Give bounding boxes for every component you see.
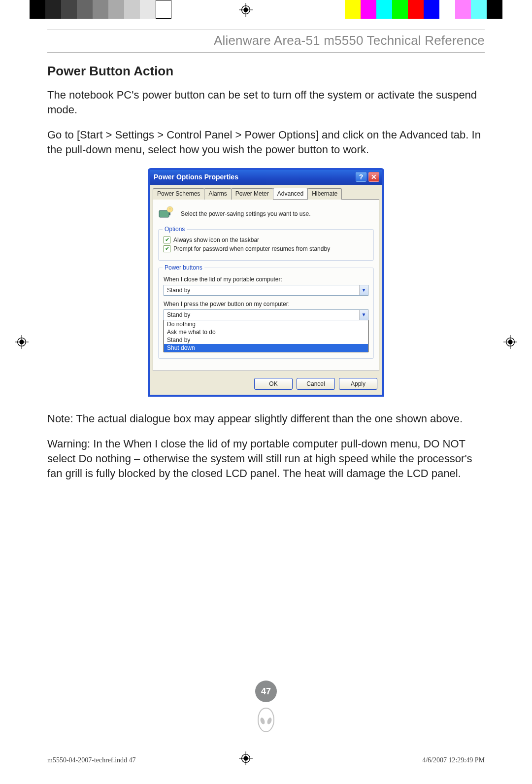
checkbox-prompt-password[interactable]: ✔ — [164, 245, 170, 252]
svg-rect-17 — [169, 212, 170, 215]
chevron-down-icon[interactable]: ▼ — [359, 310, 368, 320]
dropdown-option[interactable]: Stand by — [164, 336, 368, 344]
svg-point-19 — [260, 717, 266, 725]
chevron-down-icon[interactable]: ▼ — [359, 285, 368, 295]
checkbox-label: Prompt for password when computer resume… — [173, 245, 330, 252]
ok-button[interactable]: OK — [254, 378, 293, 390]
tab-panel-advanced: Select the power-saving settings you wan… — [153, 199, 379, 371]
power-button-combo[interactable]: Stand by ▼ — [164, 309, 368, 320]
power-button-value: Stand by — [164, 311, 359, 318]
footer-timestamp: 4/6/2007 12:29:49 PM — [422, 756, 485, 764]
panel-intro: Select the power-saving settings you wan… — [181, 210, 310, 217]
paragraph-instructions: Go to [Start > Settings > Control Panel … — [47, 128, 485, 157]
lid-close-value: Stand by — [164, 287, 359, 294]
power-button-dropdown[interactable]: Do nothing Ask me what to do Stand by Sh… — [164, 320, 368, 352]
options-legend: Options — [163, 226, 187, 233]
paragraph-intro: The notebook PC's power button can be se… — [47, 88, 485, 117]
dropdown-option[interactable]: Do nothing — [164, 320, 368, 328]
power-options-dialog: Power Options Properties ? ✕ Power Schem… — [148, 168, 384, 397]
dialog-titlebar[interactable]: Power Options Properties ? ✕ — [150, 170, 382, 185]
registration-mark-icon — [503, 335, 517, 349]
registration-mark-icon — [239, 3, 253, 17]
paragraph-warning: Warning: In the When I close the lid of … — [47, 437, 485, 480]
lid-close-combo[interactable]: Stand by ▼ — [164, 285, 368, 296]
power-button-label: When I press the power button on my comp… — [164, 301, 368, 307]
dropdown-option[interactable]: Ask me what to do — [164, 328, 368, 336]
tab-strip: Power Schemes Alarms Power Meter Advance… — [150, 185, 382, 199]
color-swatches — [345, 0, 502, 19]
page-badge: 47 — [255, 681, 277, 735]
dialog-title: Power Options Properties — [154, 173, 354, 181]
registration-mark-icon — [15, 335, 29, 349]
page-footer: m5550-04-2007-techref.indd 47 4/6/2007 1… — [47, 756, 485, 764]
page-number: 47 — [255, 681, 277, 702]
power-buttons-fieldset: Power buttons When I close the lid of my… — [158, 268, 374, 359]
printer-color-bars — [0, 0, 532, 19]
page-content: Alienware Area-51 m5550 Technical Refere… — [47, 30, 485, 725]
tab-power-meter[interactable]: Power Meter — [231, 188, 273, 200]
power-buttons-legend: Power buttons — [163, 264, 204, 271]
apply-button[interactable]: Apply — [339, 378, 377, 390]
tab-hibernate[interactable]: Hibernate — [307, 188, 342, 200]
options-fieldset: Options ✔ Always show icon on the taskba… — [158, 229, 374, 261]
lid-close-label: When I close the lid of my portable comp… — [164, 276, 368, 283]
tab-advanced[interactable]: Advanced — [273, 188, 308, 199]
battery-icon — [158, 205, 175, 222]
footer-filename: m5550-04-2007-techref.indd 47 — [47, 756, 136, 764]
dropdown-option-selected[interactable]: Shut down — [164, 344, 368, 352]
tab-alarms[interactable]: Alarms — [204, 188, 231, 200]
tab-power-schemes[interactable]: Power Schemes — [153, 188, 204, 200]
alienware-logo-icon — [256, 707, 276, 735]
close-button[interactable]: ✕ — [368, 172, 379, 182]
gray-swatches — [30, 0, 171, 19]
paragraph-note: Note: The actual dialogue box may appear… — [47, 411, 485, 426]
svg-point-20 — [266, 717, 272, 725]
page-header: Alienware Area-51 m5550 Technical Refere… — [47, 30, 485, 53]
checkbox-label: Always show icon on the taskbar — [173, 237, 259, 243]
section-title: Power Button Action — [47, 64, 485, 79]
help-button[interactable]: ? — [356, 172, 366, 182]
cancel-button[interactable]: Cancel — [297, 378, 335, 390]
checkbox-show-icon[interactable]: ✔ — [164, 237, 170, 243]
